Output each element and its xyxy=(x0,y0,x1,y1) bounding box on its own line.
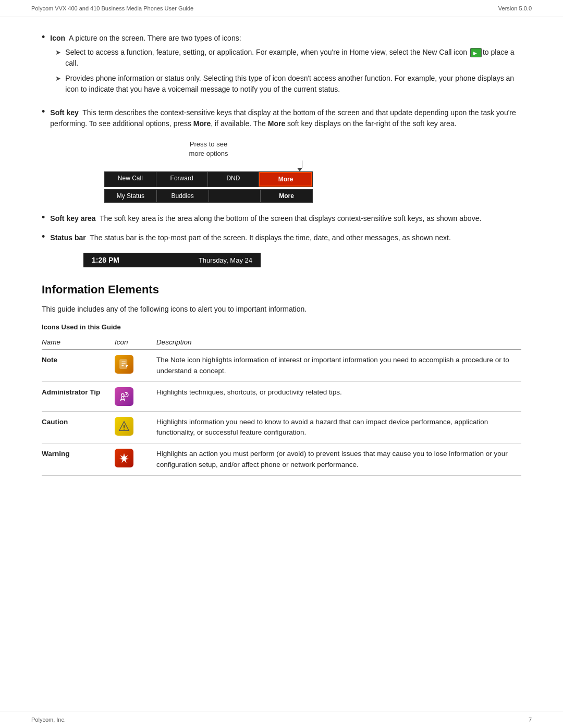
footer-right: 7 xyxy=(529,717,532,723)
softkey-btn-forward: Forward xyxy=(156,172,208,187)
bullet-marker: • xyxy=(42,32,45,43)
svg-point-6 xyxy=(126,393,127,395)
arrow-down-triangle xyxy=(297,168,302,171)
softkey-row-1: New Call Forward DND More xyxy=(104,171,313,187)
table-row-admin: Administrator Tip Highlights techniques,… xyxy=(42,381,521,411)
note-icon xyxy=(115,355,133,374)
softkey-area-content: Soft key area The soft key area is the a… xyxy=(50,213,521,224)
status-bar-content: Status bar The status bar is the top-mos… xyxy=(50,232,521,243)
row-icon-note xyxy=(115,350,156,382)
caution-icon xyxy=(115,417,133,436)
svg-point-5 xyxy=(121,393,125,397)
new-call-inline-icon xyxy=(470,48,482,57)
softkey-bullet-content: Soft key This term describes the context… xyxy=(50,107,521,129)
bullet-marker-3: • xyxy=(42,212,45,223)
icon-bullet-item: • Icon A picture on the screen. There ar… xyxy=(42,33,521,99)
icon-sub-bullets: ➤ Select to access a function, feature, … xyxy=(55,47,521,95)
sub-bullet-2: ➤ Provides phone information or status o… xyxy=(55,73,521,95)
sub-arrow-icon: ➤ xyxy=(55,47,61,58)
softkey-term: Soft key xyxy=(50,108,78,117)
softkey-btn-mystatus: My Status xyxy=(105,190,157,202)
icon-definition: A picture on the screen. There are two t… xyxy=(69,34,241,42)
status-bar-time: 1:28 PM xyxy=(92,256,119,264)
row-icon-admin xyxy=(115,381,156,411)
table-body: Note The Note icon highligh xyxy=(42,350,521,476)
softkey-btn-buddies: Buddies xyxy=(157,190,209,202)
softkey-diagram: Press to see more options New Call Forwa… xyxy=(104,140,313,203)
row-desc-note: The Note icon highlights information of … xyxy=(156,350,521,382)
table-row-caution: Caution Highlights information you need … xyxy=(42,411,521,443)
more-bold-1: More xyxy=(193,119,211,128)
row-name-caution: Caution xyxy=(42,411,115,443)
status-bar-definition: The status bar is the top-most part of t… xyxy=(90,233,451,242)
sub-arrow-icon-2: ➤ xyxy=(55,73,61,84)
icons-table: Name Icon Description Note xyxy=(42,335,521,476)
row-icon-caution xyxy=(115,411,156,443)
bullet-section: • Icon A picture on the screen. There ar… xyxy=(42,33,521,267)
softkey-btn-empty xyxy=(209,190,261,202)
softkey-label-line2: more options xyxy=(189,150,228,157)
row-name-note: Note xyxy=(42,350,115,382)
section-intro: This guide includes any of the following… xyxy=(42,304,521,315)
page-content: • Icon A picture on the screen. There ar… xyxy=(0,17,563,711)
sub-text-1: Select to access a function, feature, se… xyxy=(65,47,521,69)
softkey-bullet-item: • Soft key This term describes the conte… xyxy=(42,107,521,129)
softkey-area-term: Soft key area xyxy=(50,214,95,223)
softkey-btn-more-2[interactable]: More xyxy=(261,190,312,202)
arrow-vertical-line xyxy=(302,161,302,168)
status-bar-bullet-item: • Status bar The status bar is the top-m… xyxy=(42,232,521,243)
status-bar-term: Status bar xyxy=(50,233,85,242)
header-right-text: Version 5.0.0 xyxy=(498,5,532,11)
table-header-row: Name Icon Description xyxy=(42,335,521,350)
svg-point-9 xyxy=(124,428,125,429)
more-bold-2: More xyxy=(268,119,285,128)
softkey-label-line1: Press to see xyxy=(190,140,227,148)
row-name-admin: Administrator Tip xyxy=(42,381,115,411)
page: Polycom VVX 400 and 410 Business Media P… xyxy=(0,0,563,728)
table-header: Name Icon Description xyxy=(42,335,521,350)
row-desc-admin: Highlights techniques, shortcuts, or pro… xyxy=(156,381,521,411)
section-heading: Information Elements xyxy=(42,283,521,297)
admin-icon xyxy=(115,387,133,406)
softkey-btn-dnd: DND xyxy=(208,172,260,187)
col-name: Name xyxy=(42,335,115,350)
header-left-text: Polycom VVX 400 and 410 Business Media P… xyxy=(31,5,193,11)
row-icon-warning xyxy=(115,443,156,476)
col-description: Description xyxy=(156,335,521,350)
page-footer: Polycom, Inc. 7 xyxy=(0,711,563,728)
softkey-area-bullet-item: • Soft key area The soft key area is the… xyxy=(42,213,521,224)
sub-text-2: Provides phone information or status onl… xyxy=(65,73,521,95)
softkey-row-2: My Status Buddies More xyxy=(104,189,313,203)
status-bar-date: Thursday, May 24 xyxy=(199,256,252,264)
status-bar-demo: 1:28 PM Thursday, May 24 xyxy=(83,253,261,267)
svg-marker-10 xyxy=(119,453,129,463)
footer-left: Polycom, Inc. xyxy=(31,717,66,723)
softkey-btn-newcall: New Call xyxy=(105,172,156,187)
icons-table-heading: Icons Used in this Guide xyxy=(42,323,521,331)
page-header: Polycom VVX 400 and 410 Business Media P… xyxy=(0,0,563,17)
softkey-definition: This term describes the context-sensitiv… xyxy=(50,108,516,128)
sub-bullet-1: ➤ Select to access a function, feature, … xyxy=(55,47,521,69)
icon-bullet-content: Icon A picture on the screen. There are … xyxy=(50,33,521,99)
warning-icon xyxy=(115,449,133,467)
row-desc-caution: Highlights information you need to know … xyxy=(156,411,521,443)
softkey-btn-more-1[interactable]: More xyxy=(259,172,312,187)
row-name-warning: Warning xyxy=(42,443,115,476)
softkey-area-definition: The soft key area is the area along the … xyxy=(100,214,481,223)
diagram-arrow xyxy=(104,161,313,171)
bullet-marker-4: • xyxy=(42,231,45,242)
col-icon: Icon xyxy=(115,335,156,350)
bullet-marker-2: • xyxy=(42,106,45,117)
table-row-note: Note The Note icon highligh xyxy=(42,350,521,382)
softkey-diagram-label: Press to see more options xyxy=(104,140,313,158)
table-row-warning: Warning Highlights an action you must pe… xyxy=(42,443,521,476)
icon-term: Icon xyxy=(50,34,69,42)
row-desc-warning: Highlights an action you must perform (o… xyxy=(156,443,521,476)
